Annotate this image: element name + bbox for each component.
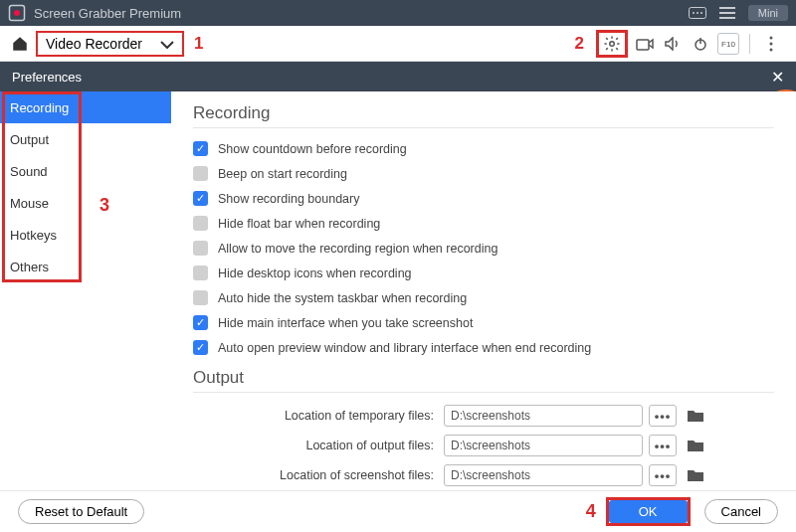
option-label: Auto open preview window and library int… [218,341,591,355]
settings-gear-icon[interactable] [601,33,623,55]
toolbar: Video Recorder 1 2 F10 [0,26,796,62]
checkbox[interactable]: ✓ [193,340,208,355]
checkbox[interactable] [193,290,208,305]
svg-point-4 [696,12,698,14]
toolbar-divider [749,34,750,54]
app-logo-icon [8,4,26,22]
sound-icon[interactable] [662,33,684,55]
preferences-sidebar: 3 Recording Output Sound Mouse Hotkeys O… [0,91,171,490]
f10-icon[interactable]: F10 [717,33,739,55]
checkbox[interactable] [193,266,208,280]
option-label: Show countdown before recording [218,142,407,156]
power-icon[interactable] [690,33,711,55]
folder-icon[interactable] [685,407,706,425]
recording-option-row: ✓Show recording boundary [193,186,774,211]
annotation-1: 1 [194,34,203,54]
recording-option-row: ✓Hide main interface when you take scree… [193,310,774,335]
sidebar-item-sound[interactable]: Sound [0,155,171,187]
option-label: Show recording boundary [218,192,359,206]
preferences-footer: Reset to Default 4 OK Cancel [0,490,796,532]
preferences-title: Preferences [12,70,82,85]
option-label: Hide desktop icons when recording [218,266,412,280]
checkbox[interactable]: ✓ [193,315,208,330]
svg-point-5 [700,12,702,14]
svg-point-15 [770,49,773,52]
recording-option-row: Allow to move the recording region when … [193,236,774,261]
recording-option-row: Hide float bar when recording [193,211,774,236]
mode-dropdown-label: Video Recorder [46,36,142,52]
recording-section-title: Recording [193,103,774,128]
keyboard-icon[interactable] [685,3,710,23]
recording-option-row: Beep on start recording [193,161,774,186]
option-label: Beep on start recording [218,167,347,181]
home-icon[interactable] [8,32,32,56]
browse-button[interactable]: ••• [649,405,677,427]
svg-point-1 [14,10,20,16]
mode-dropdown[interactable]: Video Recorder [36,31,184,57]
recording-option-row: Auto hide the system taskbar when record… [193,285,774,310]
preferences-header: Preferences ✕ [0,62,796,91]
preferences-content: Recording ✓Show countdown before recordi… [171,91,796,490]
mini-button[interactable]: Mini [748,5,788,21]
cancel-button[interactable]: Cancel [704,499,778,524]
option-label: Allow to move the recording region when … [218,242,498,256]
recording-option-row: Hide desktop icons when recording [193,261,774,285]
close-icon[interactable]: ✕ [771,68,784,87]
output-label: Location of temporary files: [193,409,444,423]
output-path-input[interactable]: D:\screenshots [444,405,643,427]
output-section-title: Output [193,368,774,393]
folder-icon[interactable] [685,437,706,454]
checkbox[interactable]: ✓ [193,141,208,156]
option-label: Hide main interface when you take screen… [218,316,473,330]
sidebar-item-recording[interactable]: Recording [0,91,171,123]
svg-point-9 [610,42,615,47]
folder-icon[interactable] [685,466,706,484]
checkbox[interactable] [193,166,208,181]
checkbox[interactable]: ✓ [193,191,208,206]
chevron-down-icon [160,36,174,52]
svg-point-14 [770,43,773,46]
svg-rect-10 [637,40,649,50]
annotation-3: 3 [100,195,109,216]
svg-point-13 [770,37,773,40]
sidebar-item-others[interactable]: Others [0,251,171,282]
output-path-input[interactable]: D:\screenshots [444,435,643,456]
browse-button[interactable]: ••• [649,464,677,486]
output-path-row: Location of temporary files:D:\screensho… [193,401,774,431]
sidebar-item-mouse[interactable]: Mouse [0,187,171,219]
checkbox[interactable] [193,216,208,231]
output-label: Location of output files: [193,439,444,452]
browse-button[interactable]: ••• [649,435,677,456]
recording-option-row: ✓Auto open preview window and library in… [193,335,774,360]
option-label: Auto hide the system taskbar when record… [218,291,467,305]
ok-button[interactable]: OK [609,500,688,523]
more-vertical-icon[interactable] [760,33,782,55]
output-path-row: Location of output files:D:\screenshots•… [193,431,774,460]
menu-icon[interactable] [714,3,740,23]
recording-option-row: ✓Show countdown before recording [193,136,774,161]
camera-icon[interactable] [634,33,656,55]
sidebar-item-hotkeys[interactable]: Hotkeys [0,219,171,251]
annotation-2: 2 [575,34,584,54]
option-label: Hide float bar when recording [218,217,380,231]
reset-to-default-button[interactable]: Reset to Default [18,499,144,524]
checkbox[interactable] [193,241,208,256]
output-label: Location of screenshot files: [193,468,444,482]
output-path-row: Location of screenshot files:D:\screensh… [193,460,774,490]
svg-point-3 [693,12,695,14]
sidebar-item-output[interactable]: Output [0,123,171,155]
app-title: Screen Grabber Premium [34,6,181,21]
titlebar: Screen Grabber Premium Mini [0,0,796,26]
output-path-input[interactable]: D:\screenshots [444,464,643,486]
annotation-4: 4 [586,501,596,522]
